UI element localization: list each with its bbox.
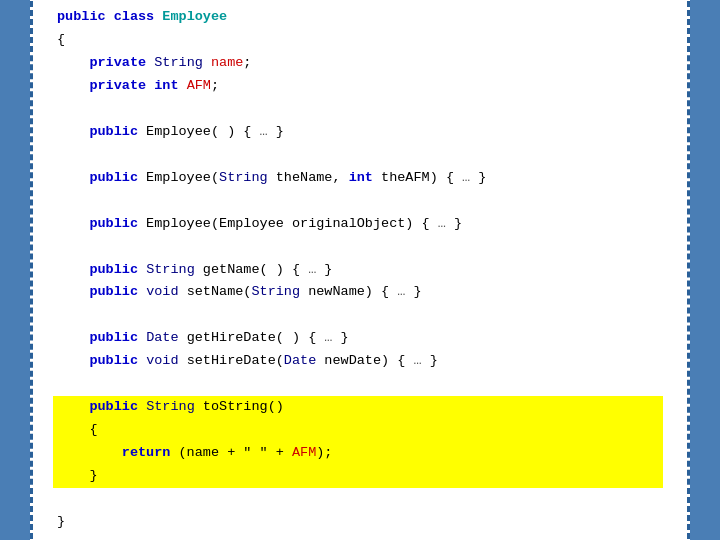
keyword-int-2: int [349,170,373,185]
ellipsis-6: … [324,330,332,345]
keyword-int: int [154,78,178,93]
class-name: Employee [162,9,227,24]
line-method4: public void setHireDate(Date newDate) { … [57,350,663,373]
line-method3: public Date getHireDate( ) { … } [57,327,663,350]
line-blank-1 [57,98,663,121]
keyword-public-m1: public [89,262,138,277]
keyword-public-c3: public [89,216,138,231]
line-blank-5 [57,304,663,327]
line-tostring-close: } [57,465,659,488]
type-string-1: String [154,55,203,70]
type-string-4: String [251,284,300,299]
keyword-class: class [114,9,155,24]
line-method2: public void setName(String newName) { … … [57,281,663,304]
keyword-private-2: private [89,78,146,93]
ellipsis-7: … [413,353,421,368]
line-open-brace: { [57,29,663,52]
line-blank-2 [57,144,663,167]
line-field1: private String name; [57,52,663,75]
keyword-public-m3: public [89,330,138,345]
type-string-2: String [219,170,268,185]
ellipsis-4: … [308,262,316,277]
keyword-public-m4: public [89,353,138,368]
line-constructor2: public Employee(String theName, int theA… [57,167,663,190]
type-void-1: void [146,284,178,299]
type-string-3: String [146,262,195,277]
line-constructor1: public Employee( ) { … } [57,121,663,144]
ellipsis-3: … [438,216,446,231]
line-blank-3 [57,190,663,213]
line-constructor3: public Employee(Employee originalObject)… [57,213,663,236]
keyword-public-c2: public [89,170,138,185]
ellipsis-5: … [397,284,405,299]
afm-ref: AFM [292,445,316,460]
keyword-return: return [122,445,171,460]
ellipsis-2: … [462,170,470,185]
tostring-block: public String toString() { return (name … [53,396,663,488]
line-class-decl: public class Employee [57,6,663,29]
keyword-public-c1: public [89,124,138,139]
line-tostring-body: return (name + " " + AFM); [57,442,659,465]
keyword-public-m2: public [89,284,138,299]
line-blank-6 [57,373,663,396]
ellipsis-1: … [260,124,268,139]
field-name: name [211,55,243,70]
field-afm: AFM [187,78,211,93]
line-field2: private int AFM; [57,75,663,98]
code-container: public class Employee { private String n… [30,0,690,540]
keyword-public-ts: public [89,399,138,414]
type-date-1: Date [146,330,178,345]
type-date-2: Date [284,353,316,368]
type-void-2: void [146,353,178,368]
code-block: public class Employee { private String n… [57,6,663,534]
line-tostring-open: { [57,419,659,442]
line-blank-4 [57,236,663,259]
line-method1: public String getName( ) { … } [57,259,663,282]
line-class-close: } [57,511,663,534]
keyword-private-1: private [89,55,146,70]
type-string-ts: String [146,399,195,414]
line-blank-7 [57,488,663,511]
keyword-public: public [57,9,106,24]
line-tostring-sig: public String toString() [57,396,659,419]
